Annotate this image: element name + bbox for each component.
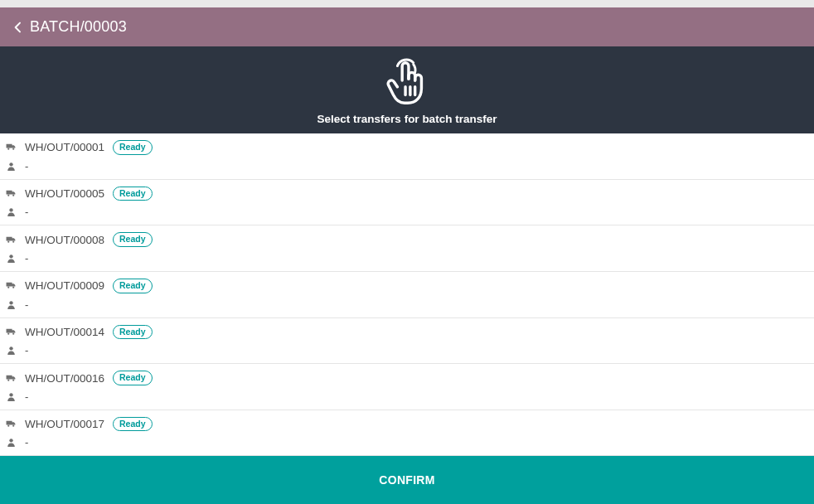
chevron-left-icon	[12, 21, 25, 34]
svg-point-12	[7, 287, 9, 288]
svg-point-9	[7, 240, 9, 242]
confirm-button[interactable]: CONFIRM	[0, 456, 814, 504]
confirm-label: CONFIRM	[379, 473, 434, 487]
svg-point-10	[12, 240, 14, 242]
svg-point-21	[7, 425, 9, 427]
transfer-name: WH/OUT/00001	[25, 141, 104, 153]
svg-point-11	[9, 254, 12, 258]
transfer-name: WH/OUT/00017	[25, 418, 104, 430]
user-icon	[5, 345, 17, 356]
truck-icon	[5, 373, 17, 384]
transfer-list: WH/OUT/00001 Ready - WH/OUT/00005 Ready …	[0, 133, 814, 456]
status-badge: Ready	[113, 371, 153, 385]
svg-point-8	[9, 208, 12, 211]
transfer-item[interactable]: WH/OUT/00017 Ready -	[0, 410, 814, 456]
page-title: BATCH/00003	[30, 18, 127, 36]
tap-hand-icon	[381, 56, 433, 108]
transfer-item[interactable]: WH/OUT/00016 Ready -	[0, 364, 814, 410]
instruction-banner: Select transfers for batch transfer	[0, 46, 814, 133]
status-badge: Ready	[113, 325, 153, 340]
svg-point-22	[12, 425, 14, 427]
partner-name: -	[25, 252, 28, 264]
top-strip	[0, 0, 814, 7]
transfer-name: WH/OUT/00005	[25, 187, 104, 200]
svg-point-13	[12, 287, 14, 288]
back-button[interactable]	[7, 7, 30, 46]
svg-point-16	[12, 332, 14, 334]
transfer-row-partner: -	[5, 160, 809, 172]
svg-point-15	[7, 332, 9, 334]
transfer-item[interactable]: WH/OUT/00008 Ready -	[0, 225, 814, 272]
svg-point-6	[7, 195, 9, 196]
svg-point-5	[9, 162, 12, 166]
partner-name: -	[25, 390, 28, 403]
content-scroll[interactable]: Select transfers for batch transfer WH/O…	[0, 46, 814, 456]
user-icon	[5, 161, 17, 172]
instruction-text: Select transfers for batch transfer	[0, 113, 814, 125]
truck-icon	[5, 280, 17, 291]
partner-name: -	[25, 436, 28, 448]
transfer-row-main: WH/OUT/00014 Ready	[5, 325, 809, 340]
partner-name: -	[25, 160, 28, 172]
status-badge: Ready	[113, 232, 153, 247]
transfer-name: WH/OUT/00016	[25, 372, 104, 385]
user-icon	[5, 253, 17, 264]
transfer-item[interactable]: WH/OUT/00001 Ready -	[0, 133, 814, 180]
partner-name: -	[25, 298, 28, 311]
truck-icon	[5, 142, 17, 153]
user-icon	[5, 299, 17, 310]
truck-icon	[5, 188, 17, 199]
page-header: BATCH/00003	[0, 7, 814, 46]
transfer-row-partner: -	[5, 252, 809, 264]
transfer-name: WH/OUT/00014	[25, 326, 104, 338]
svg-point-19	[12, 379, 14, 380]
svg-point-20	[9, 393, 12, 396]
partner-name: -	[25, 206, 28, 218]
transfer-item[interactable]: WH/OUT/00005 Ready -	[0, 180, 814, 226]
svg-point-7	[12, 195, 14, 196]
svg-point-17	[9, 346, 12, 350]
truck-icon	[5, 327, 17, 337]
transfer-row-partner: -	[5, 298, 809, 311]
transfer-item[interactable]: WH/OUT/00014 Ready -	[0, 318, 814, 365]
transfer-row-main: WH/OUT/00005 Ready	[5, 187, 809, 201]
status-badge: Ready	[113, 140, 153, 155]
transfer-row-partner: -	[5, 390, 809, 403]
transfer-row-main: WH/OUT/00001 Ready	[5, 140, 809, 155]
transfer-row-partner: -	[5, 436, 809, 448]
svg-point-3	[7, 148, 9, 150]
status-badge: Ready	[113, 187, 153, 201]
status-badge: Ready	[113, 279, 153, 293]
user-icon	[5, 391, 17, 402]
transfer-row-main: WH/OUT/00017 Ready	[5, 417, 809, 432]
user-icon	[5, 206, 17, 217]
transfer-name: WH/OUT/00009	[25, 279, 104, 292]
transfer-row-partner: -	[5, 344, 809, 356]
svg-point-4	[12, 148, 14, 150]
transfer-row-main: WH/OUT/00008 Ready	[5, 232, 809, 247]
truck-icon	[5, 419, 17, 429]
svg-point-18	[7, 379, 9, 380]
svg-point-14	[9, 301, 12, 304]
transfer-row-partner: -	[5, 206, 809, 218]
user-icon	[5, 437, 17, 448]
status-badge: Ready	[113, 417, 153, 432]
transfer-item[interactable]: WH/OUT/00009 Ready -	[0, 272, 814, 318]
partner-name: -	[25, 344, 28, 356]
svg-point-23	[9, 439, 12, 443]
transfer-row-main: WH/OUT/00016 Ready	[5, 371, 809, 385]
transfer-name: WH/OUT/00008	[25, 234, 104, 246]
transfer-row-main: WH/OUT/00009 Ready	[5, 279, 809, 293]
truck-icon	[5, 235, 17, 245]
